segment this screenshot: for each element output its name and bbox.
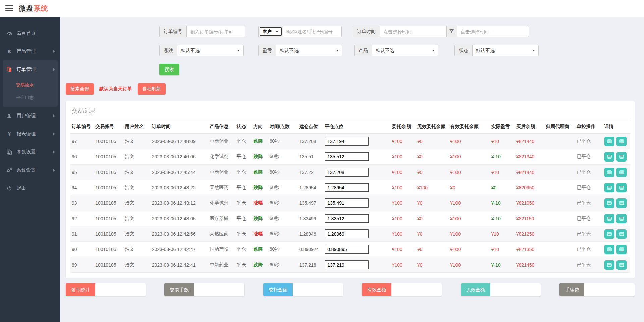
time-from-input[interactable] [380, 26, 447, 37]
search-all-button[interactable]: 搜索全部 [66, 83, 94, 95]
sidebar-subitem-close-log[interactable]: 平仓日志 [3, 91, 58, 104]
menu-toggle-icon[interactable] [5, 5, 13, 11]
summary-consign-amount: 委托金额 [263, 283, 343, 296]
cell-control: 已平仓 [575, 149, 603, 165]
order-detail-button[interactable] [604, 260, 614, 270]
table-header-row: 订单编号 交易账号 用户姓名 订单时间 产品信息 状态 方向 时间/点数 建仓点… [70, 120, 630, 134]
product-select[interactable]: 默认不选 [372, 45, 438, 56]
cell-open: 135.51 [298, 149, 323, 165]
product-group: 产品 默认不选 [354, 45, 438, 56]
cell-detail [603, 257, 630, 273]
cell-profit: ¥-10 [490, 257, 515, 273]
cell-valid: ¥100 [449, 149, 490, 165]
column-product: 产品信息 [208, 120, 235, 134]
summary-fee-input[interactable] [584, 283, 635, 296]
column-agent: 归属代理商 [544, 120, 575, 134]
order-detail-button[interactable] [604, 183, 614, 192]
cell-valid: ¥100 [449, 226, 490, 242]
cell-detail [603, 211, 630, 226]
close-point-input[interactable] [325, 245, 369, 254]
order-log-button[interactable] [616, 168, 627, 177]
sidebar-subitem-label: 平仓日志 [16, 95, 34, 101]
time-to-input[interactable] [457, 26, 529, 37]
cell-profit: ¥10 [490, 242, 515, 257]
order-log-button[interactable] [616, 260, 627, 270]
column-consign-balance: 委托余额 [391, 120, 416, 134]
column-after-balance: 买后余额 [515, 120, 544, 134]
cell-direction: 跌降 [252, 165, 268, 180]
sidebar-item-dashboard[interactable]: 后台首页 [0, 24, 60, 42]
auto-refresh-button[interactable]: 自动刷新 [138, 83, 166, 95]
order-log-button[interactable] [616, 229, 627, 239]
default-today-note: 默认为当天订单 [99, 86, 132, 92]
order-log-button[interactable] [616, 137, 627, 146]
order-log-button[interactable] [616, 214, 627, 223]
order-log-button[interactable] [616, 245, 627, 254]
order-log-button[interactable] [616, 183, 627, 192]
sidebar-item-products[interactable]: B 产品管理 [0, 42, 60, 60]
sidebar-item-system[interactable]: 系统设置 [0, 161, 60, 179]
close-point-input[interactable] [325, 198, 369, 208]
close-point-input[interactable] [325, 168, 369, 177]
order-no-input[interactable] [186, 26, 245, 37]
cell-time: 2023-03-06 12:43:12 [151, 195, 209, 211]
close-point-input[interactable] [325, 260, 369, 269]
close-point-input[interactable] [325, 152, 369, 161]
cell-name: 浩文 [123, 242, 150, 257]
status-label: 状态 [454, 45, 472, 56]
table-row: 9410010105浩文2023-03-06 12:43:22天然医药平仓跌降6… [70, 180, 630, 195]
profit-select[interactable]: 默认不选 [276, 45, 342, 56]
cell-product: 天然医药 [208, 226, 235, 242]
order-detail-button[interactable] [604, 229, 614, 239]
order-detail-button[interactable] [604, 168, 614, 177]
updown-select[interactable]: 默认不选 [177, 45, 244, 56]
cell-after: ¥821350 [515, 242, 544, 257]
cell-status: 平仓 [235, 149, 252, 165]
sidebar-item-users[interactable]: 用户管理 [0, 107, 60, 125]
cell-after: ¥821340 [515, 149, 544, 165]
cell-time: 2023-03-06 12:48:09 [151, 134, 209, 149]
cell-agent [544, 242, 575, 257]
form-icon [619, 170, 624, 174]
sidebar-item-logout[interactable]: 退出 [0, 179, 60, 197]
summary-invalid-amount-input[interactable] [490, 283, 541, 296]
column-close-point: 平仓点位 [323, 120, 391, 134]
form-icon [619, 232, 624, 236]
status-select[interactable]: 默认不选 [472, 45, 539, 56]
column-username: 用户姓名 [123, 120, 150, 134]
sidebar-item-orders[interactable]: 订单管理 [3, 60, 58, 79]
close-point-input[interactable] [325, 229, 369, 238]
order-detail-button[interactable] [604, 245, 614, 254]
summary-profit-stats-input[interactable] [95, 283, 146, 296]
cell-invalid: ¥0 [416, 257, 449, 273]
cell-status: 平仓 [235, 257, 252, 273]
cell-control: 已平仓 [575, 180, 603, 195]
summary-valid-amount-input[interactable] [391, 283, 442, 296]
cell-close-point [323, 195, 391, 211]
order-detail-button[interactable] [604, 198, 614, 208]
form-icon [619, 217, 624, 221]
cell-consign: ¥100 [391, 149, 416, 165]
order-detail-button[interactable] [604, 214, 614, 223]
customer-input[interactable] [283, 26, 342, 37]
summary-trade-lots-input[interactable] [194, 283, 244, 296]
form-icon [619, 201, 624, 205]
product-label: 产品 [354, 45, 372, 56]
customer-select[interactable]: 客户 [260, 27, 282, 36]
order-log-button[interactable] [616, 198, 627, 208]
cell-consign: ¥100 [391, 180, 416, 195]
close-point-input[interactable] [325, 183, 369, 192]
order-log-button[interactable] [616, 152, 627, 162]
cell-duration: 60秒 [268, 257, 298, 273]
order-detail-button[interactable] [604, 152, 614, 162]
search-button[interactable]: 搜索 [159, 64, 179, 75]
order-detail-button[interactable] [604, 137, 614, 146]
summary-consign-amount-input[interactable] [293, 283, 343, 296]
cell-invalid: ¥0 [416, 195, 449, 211]
cell-agent [544, 134, 575, 149]
close-point-input[interactable] [325, 137, 369, 146]
close-point-input[interactable] [325, 214, 369, 223]
sidebar-subitem-transactions[interactable]: 交易流水 [3, 79, 58, 91]
sidebar-item-parameters[interactable]: 参数设置 [0, 143, 60, 161]
sidebar-item-reports[interactable]: ¥ 报表管理 [0, 125, 60, 143]
